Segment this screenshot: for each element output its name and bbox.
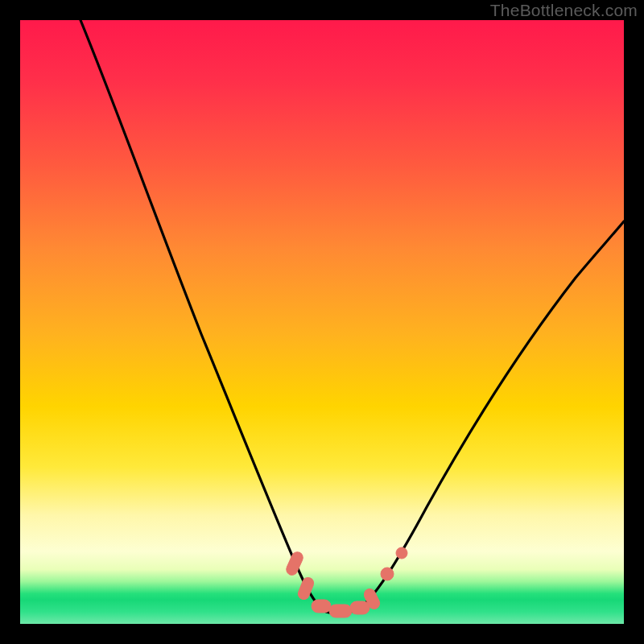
svg-rect-0: [285, 550, 305, 576]
svg-rect-2: [312, 600, 331, 613]
plot-area: [20, 20, 624, 624]
chart-frame: TheBottleneck.com: [0, 0, 644, 644]
bottleneck-curve: [80, 20, 624, 614]
svg-rect-3: [329, 605, 352, 617]
svg-rect-4: [350, 601, 369, 614]
watermark-text: TheBottleneck.com: [490, 1, 638, 20]
svg-point-7: [396, 547, 407, 559]
valley-markers: [285, 547, 407, 617]
curve-layer: [20, 20, 624, 624]
svg-point-6: [381, 568, 394, 580]
